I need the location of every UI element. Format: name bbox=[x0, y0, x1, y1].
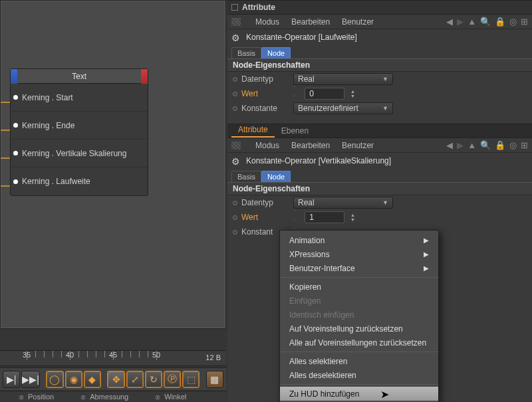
goto-end-button[interactable]: ▶▶| bbox=[21, 371, 40, 388]
port-label: Kerning . Ende bbox=[22, 121, 74, 130]
submenu-arrow-icon: ▶ bbox=[424, 264, 429, 272]
tab-basis[interactable]: Basis bbox=[231, 47, 261, 58]
port-icon[interactable] bbox=[13, 151, 18, 155]
ctx-deselect-all[interactable]: Alles deselektieren bbox=[280, 368, 438, 382]
status-dimension: Abmessung bbox=[80, 393, 128, 401]
port-icon[interactable] bbox=[13, 123, 18, 128]
ctx-select-all[interactable]: Alles selektieren bbox=[280, 354, 438, 368]
anim-dot-icon[interactable] bbox=[233, 201, 237, 205]
autokey-button[interactable]: ◉ bbox=[65, 371, 82, 388]
menu-bearbeiten[interactable]: Bearbeiten bbox=[291, 141, 330, 150]
node-port-kerning-start[interactable]: Kerning . Start bbox=[11, 84, 148, 112]
up-icon[interactable]: ▲ bbox=[467, 140, 476, 150]
back-icon[interactable]: ◀ bbox=[446, 140, 453, 150]
record-button[interactable]: ◯ bbox=[46, 371, 63, 388]
prop-wert: Wert . . . . . 0 ▲▼ bbox=[227, 86, 532, 101]
search-icon[interactable]: 🔍 bbox=[480, 140, 491, 150]
menu-benutzer[interactable]: Benutzer bbox=[342, 141, 374, 150]
node-handle-left[interactable] bbox=[11, 69, 17, 84]
node-port-kerning-ende[interactable]: Kerning . Ende bbox=[11, 112, 148, 140]
rotate-key-button[interactable]: ↻ bbox=[145, 371, 162, 388]
port-label: Kerning . Vertikale Skalierung bbox=[22, 149, 126, 158]
panel2-object-row: ⚙ Konstante-Operator [VertikaleSkalierun… bbox=[227, 153, 532, 169]
pla-key-button[interactable]: ⬚ bbox=[182, 371, 200, 388]
node-titlebar[interactable]: Text bbox=[11, 69, 148, 84]
port-icon[interactable] bbox=[13, 179, 18, 184]
anim-dot-icon[interactable] bbox=[233, 215, 237, 220]
chevron-down-icon: ▼ bbox=[382, 105, 388, 112]
port-icon[interactable] bbox=[13, 95, 18, 100]
new-icon[interactable]: ⊞ bbox=[521, 17, 528, 27]
tab-node[interactable]: Node bbox=[261, 47, 291, 58]
next-frame-button[interactable]: ▶| bbox=[3, 371, 20, 388]
anim-dot-icon[interactable] bbox=[233, 77, 237, 82]
konstante-select[interactable]: Benutzerdefiniert▼ bbox=[293, 102, 393, 114]
panel1-header[interactable]: Attribute bbox=[227, 0, 532, 15]
ctx-reset-all[interactable]: Alle auf Voreinstellungen zurücksetzen bbox=[280, 336, 438, 350]
timeline-ruler[interactable]: 35 40 45 50 12 B bbox=[0, 350, 226, 366]
panel-toggle-icon[interactable] bbox=[231, 4, 238, 11]
xpresso-viewport[interactable]: Text Kerning . Start Kerning . Ende Kern… bbox=[0, 0, 226, 329]
panel1-section: Node-Eigenschaften bbox=[227, 58, 532, 72]
grip-icon[interactable] bbox=[231, 142, 241, 150]
ctx-user-interface[interactable]: Benutzer-Interface▶ bbox=[280, 261, 438, 275]
tab-node[interactable]: Node bbox=[261, 171, 291, 182]
status-position: Position bbox=[19, 393, 54, 401]
ruler-info: 12 B bbox=[205, 353, 221, 361]
menu-modus[interactable]: Modus bbox=[255, 17, 279, 27]
anim-dot-icon[interactable] bbox=[233, 230, 237, 235]
menu-benutzer[interactable]: Benutzer bbox=[342, 17, 374, 27]
search-icon[interactable]: 🔍 bbox=[480, 17, 491, 27]
wert-input[interactable]: 0 bbox=[305, 88, 344, 100]
ctx-xpressions[interactable]: XPressions▶ bbox=[280, 247, 438, 261]
back-icon[interactable]: ◀ bbox=[446, 17, 453, 27]
up-icon[interactable]: ▲ bbox=[467, 17, 476, 27]
wert-input[interactable]: 1 bbox=[305, 211, 344, 223]
panel1-menubar: Modus Bearbeiten Benutzer ◀ ▶ ▲ 🔍 🔒 ◎ ⊞ bbox=[227, 15, 532, 29]
stepper-icon[interactable]: ▲▼ bbox=[348, 213, 356, 222]
param-key-button[interactable]: Ⓟ bbox=[164, 371, 181, 388]
node-handle-right[interactable] bbox=[141, 69, 148, 84]
datentyp-select[interactable]: Real▼ bbox=[293, 73, 393, 85]
target-icon[interactable]: ◎ bbox=[509, 140, 517, 150]
datentyp-select[interactable]: Real▼ bbox=[293, 197, 393, 209]
ctx-add-to-hud[interactable]: Zu HUD hinzufügen bbox=[280, 387, 438, 401]
render-button[interactable]: ▦ bbox=[206, 371, 223, 388]
transport-toolbar: ▶| ▶▶| ◯ ◉ ◆ ✥ ⤢ ↻ Ⓟ ⬚ ▦ bbox=[0, 367, 226, 390]
tab-ebenen[interactable]: Ebenen bbox=[275, 124, 315, 138]
ctx-animation[interactable]: Animation▶ bbox=[280, 233, 438, 247]
port-label: Kerning . Laufweite bbox=[22, 177, 90, 186]
lock-icon[interactable]: 🔒 bbox=[495, 17, 505, 27]
ctx-copy[interactable]: Kopieren bbox=[280, 280, 438, 294]
anim-dot-icon[interactable] bbox=[233, 106, 237, 111]
tab-attribute[interactable]: Attribute bbox=[231, 123, 275, 138]
prop-wert-2: Wert . . . . . 1 ▲▼ bbox=[227, 210, 532, 225]
move-key-button[interactable]: ✥ bbox=[107, 371, 124, 388]
keyframe-button[interactable]: ◆ bbox=[84, 371, 101, 388]
forward-icon[interactable]: ▶ bbox=[457, 140, 464, 150]
scale-key-button[interactable]: ⤢ bbox=[126, 371, 144, 388]
node-port-kerning-laufweite[interactable]: Kerning . Laufweite bbox=[11, 167, 148, 195]
stepper-icon[interactable]: ▲▼ bbox=[348, 89, 356, 98]
lock-icon[interactable]: 🔒 bbox=[495, 140, 505, 150]
context-menu[interactable]: Animation▶ XPressions▶ Benutzer-Interfac… bbox=[279, 230, 439, 402]
tab-basis[interactable]: Basis bbox=[231, 171, 261, 182]
gear-icon: ⚙ bbox=[231, 33, 241, 42]
panel2-menubar: Modus Bearbeiten Benutzer ◀ ▶ ▲ 🔍 🔒 ◎ ⊞ bbox=[227, 138, 532, 153]
forward-icon[interactable]: ▶ bbox=[457, 17, 464, 27]
menu-bearbeiten[interactable]: Bearbeiten bbox=[291, 17, 330, 27]
port-label: Kerning . Start bbox=[22, 93, 73, 102]
panel2-section: Node-Eigenschaften bbox=[227, 182, 532, 195]
prop-konstante: Konstante Benutzerdefiniert▼ bbox=[227, 101, 532, 116]
anim-dot-icon[interactable] bbox=[233, 92, 237, 96]
node-port-kerning-vskal[interactable]: Kerning . Vertikale Skalierung bbox=[11, 140, 148, 167]
panel2-inner-tabs: Basis Node bbox=[227, 169, 532, 182]
target-icon[interactable]: ◎ bbox=[509, 17, 517, 27]
prop-label: Wert bbox=[241, 213, 289, 222]
menu-modus[interactable]: Modus bbox=[255, 141, 279, 150]
grip-icon[interactable] bbox=[231, 18, 241, 26]
ctx-separator bbox=[280, 352, 438, 352]
ctx-reset-default[interactable]: Auf Voreinstellung zurücksetzen bbox=[280, 322, 438, 336]
node-text[interactable]: Text Kerning . Start Kerning . Ende Kern… bbox=[10, 68, 148, 196]
new-icon[interactable]: ⊞ bbox=[521, 140, 528, 150]
